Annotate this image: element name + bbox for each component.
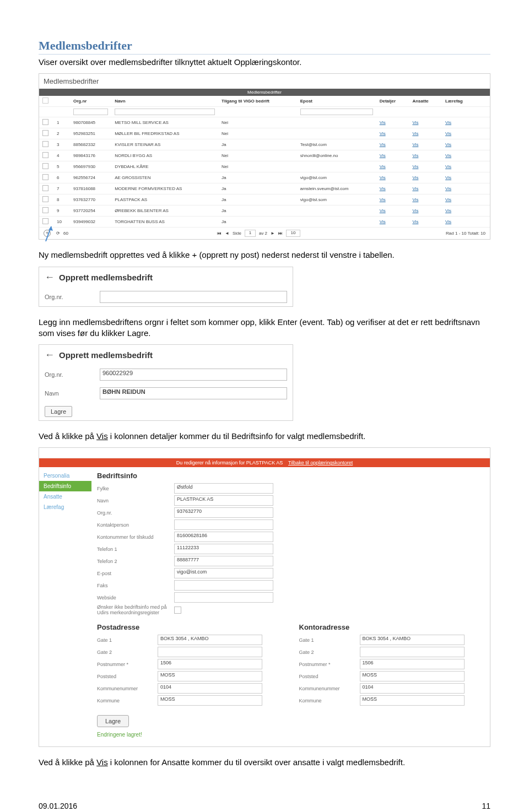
post-postnr-input[interactable]: 1506 (158, 659, 262, 669)
vis-laerefag-link[interactable]: Vis (445, 131, 451, 136)
kontor-gate1-input[interactable]: BOKS 3054 , KAMBO (360, 635, 465, 645)
telefon1-input[interactable]: 11122233 (174, 544, 273, 554)
telefon2-input[interactable]: 88887777 (174, 556, 273, 566)
row-checkbox[interactable] (42, 152, 48, 158)
vis-ansatte-link[interactable]: Vis (412, 208, 418, 213)
table-row: 6962556724AE GROSSISTENJavigo@ist.comVis… (39, 172, 490, 183)
sidebar-ansatte[interactable]: Ansatte (39, 491, 91, 502)
kontaktperson-input[interactable] (174, 519, 273, 530)
vis-laerefag-link[interactable]: Vis (445, 142, 451, 147)
merkeordning-label: Ønsker ikke bedriftsinfo med på Udirs me… (97, 604, 174, 615)
row-checkbox[interactable] (42, 207, 48, 213)
vis-detaljer-link[interactable]: Vis (380, 186, 386, 191)
vis-laerefag-link[interactable]: Vis (445, 197, 451, 202)
epost-input[interactable]: vigo@ist.com (174, 568, 273, 578)
pager-next-icon[interactable]: ► (271, 231, 275, 236)
vis-ansatte-link[interactable]: Vis (412, 164, 418, 169)
vis-detaljer-link[interactable]: Vis (380, 219, 386, 224)
vis-detaljer-link[interactable]: Vis (380, 142, 386, 147)
postadresse-heading: Postadresse (97, 623, 283, 631)
post-gate2-input[interactable] (158, 647, 262, 657)
vis-laerefag-link[interactable]: Vis (445, 120, 451, 125)
filter-orgnr[interactable] (73, 109, 108, 115)
filter-navn[interactable] (115, 109, 215, 115)
faks-input[interactable] (174, 580, 273, 591)
back-arrow-icon[interactable]: ← (45, 349, 55, 361)
vis-laerefag-link[interactable]: Vis (445, 164, 451, 169)
lagre-button[interactable]: Lagre (97, 715, 129, 727)
post-gate1-label: Gate 1 (97, 637, 158, 643)
select-all-checkbox[interactable] (42, 98, 48, 104)
orgnr-input[interactable]: 937632770 (174, 507, 273, 518)
vis-detaljer-link[interactable]: Vis (380, 164, 386, 169)
orgnr-input[interactable]: 960022929 (100, 369, 287, 381)
row-checkbox[interactable] (42, 163, 48, 169)
vis-ansatte-link[interactable]: Vis (412, 153, 418, 158)
pager-first-icon[interactable]: ⏮ (217, 231, 222, 236)
vis-detaljer-link[interactable]: Vis (380, 175, 386, 180)
vis-ansatte-link[interactable]: Vis (412, 120, 418, 125)
back-arrow-icon[interactable]: ← (45, 272, 55, 283)
vis-laerefag-link[interactable]: Vis (445, 219, 451, 224)
page-heading: Medlemsbedrifter (39, 39, 490, 55)
pager-last-icon[interactable]: ⏭ (278, 231, 283, 236)
row-checkbox[interactable] (42, 196, 48, 202)
orgnr-input[interactable] (100, 291, 287, 303)
sidebar-bedriftsinfo[interactable]: Bedriftsinfo (39, 481, 91, 491)
lagre-button[interactable]: Lagre (45, 406, 72, 417)
navn-input[interactable]: BØHN REIDUN (100, 387, 287, 399)
kontaktperson-label: Kontaktperson (97, 522, 174, 528)
vis-detaljer-link[interactable]: Vis (380, 120, 386, 125)
vis-laerefag-link[interactable]: Vis (445, 186, 451, 191)
col-epost[interactable]: Epost (297, 96, 376, 107)
back-to-office-link[interactable]: Tilbake til opplæringskontoret (288, 460, 353, 465)
kontor-kommune-input[interactable]: MOSS (360, 695, 465, 706)
merkeordning-checkbox[interactable] (174, 607, 181, 614)
vis-ansatte-link[interactable]: Vis (412, 186, 418, 191)
row-checkbox[interactable] (42, 130, 48, 136)
sidebar-laerefag[interactable]: Lærefag (39, 502, 91, 512)
vis-ansatte-link[interactable]: Vis (412, 142, 418, 147)
vis-detaljer-link[interactable]: Vis (380, 197, 386, 202)
kontor-gate2-input[interactable] (360, 647, 465, 657)
post-poststed-label: Poststed (97, 674, 158, 679)
pager-page-input[interactable]: 1 (245, 230, 256, 237)
post-poststed-input[interactable]: MOSS (158, 671, 262, 681)
vis-ansatte-link[interactable]: Vis (412, 131, 418, 136)
vis-laerefag-link[interactable]: Vis (445, 175, 451, 180)
pager-size-select[interactable]: 10 (286, 230, 300, 237)
sidebar-personalia[interactable]: Personalia (39, 470, 91, 481)
navn-input[interactable]: PLASTPACK AS (174, 495, 273, 506)
vis-detaljer-link[interactable]: Vis (380, 153, 386, 158)
col-detaljer[interactable]: Detaljer (376, 96, 409, 107)
post-kommune-input[interactable]: MOSS (158, 695, 262, 706)
col-laerefag[interactable]: Lærefag (442, 96, 477, 107)
vis-detaljer-link[interactable]: Vis (380, 208, 386, 213)
kontonr-input[interactable]: 81600628186 (174, 532, 273, 542)
col-navn[interactable]: Navn (111, 96, 218, 107)
col-ansatte[interactable]: Ansatte (409, 96, 442, 107)
filter-epost[interactable] (300, 109, 373, 115)
row-checkbox[interactable] (42, 174, 48, 180)
vis-laerefag-link[interactable]: Vis (445, 153, 451, 158)
row-checkbox[interactable] (42, 119, 48, 125)
webside-input[interactable] (174, 592, 273, 603)
vis-laerefag-link[interactable]: Vis (445, 208, 451, 213)
vis-ansatte-link[interactable]: Vis (412, 219, 418, 224)
col-tilgang[interactable]: Tilgang til VIGO bedrift (218, 96, 297, 107)
vis-detaljer-link[interactable]: Vis (380, 131, 386, 136)
col-orgnr[interactable]: Org.nr (70, 96, 111, 107)
kontor-postnr-input[interactable]: 1506 (360, 659, 465, 669)
cell-epost (297, 205, 376, 216)
row-checkbox[interactable] (42, 185, 48, 191)
post-kommunenr-input[interactable]: 0104 (158, 683, 262, 694)
kontor-kommunenr-input[interactable]: 0104 (360, 683, 465, 694)
row-checkbox[interactable] (42, 141, 48, 147)
post-gate1-input[interactable]: BOKS 3054 , KAMBO (158, 635, 262, 645)
kontor-poststed-input[interactable]: MOSS (360, 671, 465, 681)
pager-prev-icon[interactable]: ◄ (225, 231, 229, 236)
cell-epost: arnstein.sveum@ist.com (297, 183, 376, 194)
fylke-input[interactable]: Østfold (174, 483, 273, 494)
vis-ansatte-link[interactable]: Vis (412, 175, 418, 180)
vis-ansatte-link[interactable]: Vis (412, 197, 418, 202)
